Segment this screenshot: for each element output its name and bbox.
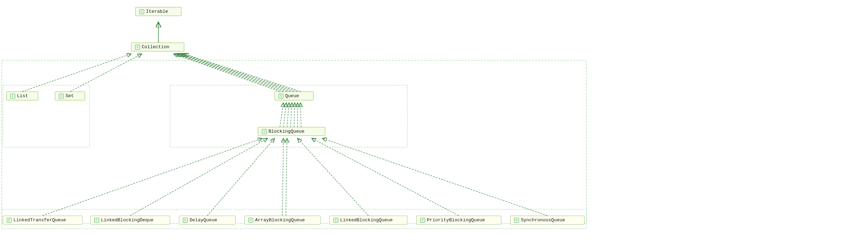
class-icon-linked-transfer-queue: C xyxy=(7,218,12,223)
interface-icon-set: I xyxy=(59,94,64,99)
node-linked-transfer-queue: C LinkedTransferQueue xyxy=(3,216,83,225)
node-blocking-queue: I BlockingQueue xyxy=(258,127,325,136)
label-array-blocking-queue: ArrayBlockingQueue xyxy=(255,217,305,223)
label-collection: Collection xyxy=(142,44,169,50)
svg-line-7 xyxy=(177,54,287,92)
svg-line-9 xyxy=(181,54,294,92)
class-icon-linked-blocking-deque: C xyxy=(94,218,99,223)
label-synchronous-queue: SynchronousQueue xyxy=(521,217,565,223)
svg-line-5 xyxy=(174,54,280,92)
interface-icon-collection: I xyxy=(135,45,140,50)
svg-line-3 xyxy=(22,54,131,92)
svg-line-22 xyxy=(282,138,283,216)
interface-icon-queue: I xyxy=(278,94,283,99)
node-linked-blocking-deque: C LinkedBlockingDeque xyxy=(90,216,170,225)
node-iterable: I Iterable xyxy=(135,7,181,16)
interface-icon-iterable: I xyxy=(139,9,144,14)
svg-line-26 xyxy=(322,138,547,216)
label-delay-queue: DelayQueue xyxy=(190,217,217,223)
label-linked-blocking-deque: LinkedBlockingDeque xyxy=(101,217,153,223)
svg-line-16 xyxy=(294,103,295,127)
uml-diagram: I Iterable I Collection I List I Set I Q… xyxy=(0,0,868,249)
label-set: Set xyxy=(66,93,74,99)
svg-line-4 xyxy=(70,54,142,92)
node-array-blocking-queue: C ArrayBlockingQueue xyxy=(244,216,321,225)
svg-line-18 xyxy=(300,103,301,127)
class-icon-priority-blocking-queue: C xyxy=(420,218,425,223)
node-set: I Set xyxy=(55,92,85,100)
node-synchronous-queue: C SynchronousQueue xyxy=(510,216,585,225)
class-icon-array-blocking-queue: C xyxy=(248,218,253,223)
svg-line-8 xyxy=(179,54,291,92)
interface-icon-blocking-queue: I xyxy=(262,129,267,134)
svg-line-21 xyxy=(207,138,275,216)
label-list: List xyxy=(17,93,28,99)
label-blocking-queue: BlockingQueue xyxy=(269,129,304,134)
svg-line-23 xyxy=(286,138,287,216)
label-linked-blocking-queue: LinkedBlockingQueue xyxy=(340,217,393,223)
svg-line-20 xyxy=(130,138,267,216)
svg-line-25 xyxy=(312,138,459,216)
node-list: I List xyxy=(6,92,38,100)
svg-line-19 xyxy=(43,138,262,216)
svg-line-11 xyxy=(184,54,301,92)
node-delay-queue: C DelayQueue xyxy=(179,216,236,225)
node-queue: I Queue xyxy=(275,92,314,100)
node-linked-blocking-queue: C LinkedBlockingQueue xyxy=(329,216,407,225)
node-collection: I Collection xyxy=(131,43,184,51)
svg-line-13 xyxy=(283,103,286,127)
class-icon-delay-queue: C xyxy=(183,218,188,223)
svg-line-15 xyxy=(291,103,292,127)
class-icon-linked-blocking-queue: C xyxy=(333,218,338,223)
svg-line-10 xyxy=(182,54,298,92)
svg-rect-27 xyxy=(2,60,586,223)
svg-line-24 xyxy=(298,138,368,216)
svg-line-12 xyxy=(280,103,283,127)
label-priority-blocking-queue: PriorityBlockingQueue xyxy=(427,217,485,223)
arrows-svg xyxy=(0,0,868,249)
svg-line-14 xyxy=(287,103,289,127)
label-queue: Queue xyxy=(285,93,299,99)
class-icon-synchronous-queue: C xyxy=(514,218,519,223)
label-linked-transfer-queue: LinkedTransferQueue xyxy=(13,217,66,223)
interface-icon-list: I xyxy=(10,94,15,99)
svg-line-6 xyxy=(175,54,283,92)
node-priority-blocking-queue: C PriorityBlockingQueue xyxy=(416,216,501,225)
label-iterable: Iterable xyxy=(146,9,168,14)
